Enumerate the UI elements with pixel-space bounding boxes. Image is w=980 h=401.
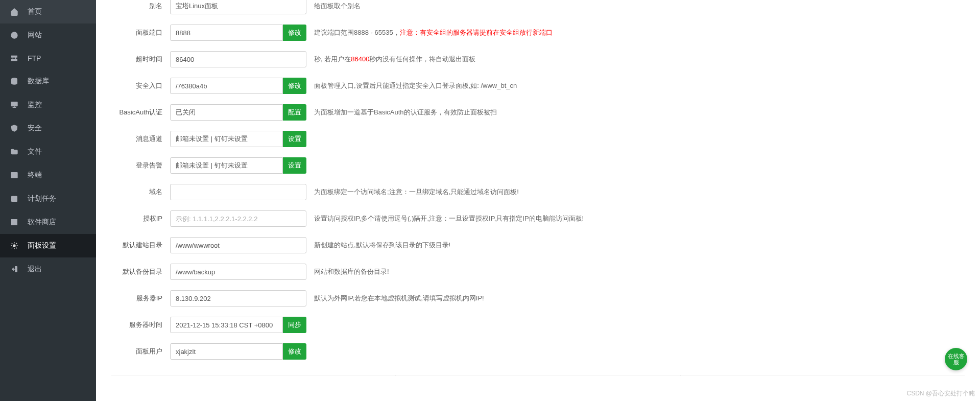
sidebar-item-label: FTP [28,54,41,62]
svg-rect-6 [12,196,17,201]
svg-rect-10 [15,223,17,225]
hint-serverip: 默认为外网IP,若您在本地虚拟机测试,请填写虚拟机内网IP! [314,294,965,303]
label-timeout: 超时时间 [111,55,162,64]
sidebar-item-security[interactable]: 安全 [0,116,96,140]
home-icon [10,8,18,16]
exit-icon [10,265,18,273]
sitedir-input[interactable] [170,237,306,253]
hint-port: 建议端口范围8888 - 65535，注意：有安全组的服务器请提前在安全组放行新… [314,28,965,37]
watermark: CSDN @吾心安处打个盹 [906,389,975,398]
sidebar-item-db[interactable]: 数据库 [0,69,96,93]
svg-rect-2 [12,59,17,61]
sidebar-item-terminal[interactable]: 终端 [0,163,96,187]
hint-sitedir: 新创建的站点,默认将保存到该目录的下级目录! [314,241,965,250]
label-msg: 消息通道 [111,134,162,144]
folder-icon [10,148,18,156]
monitor-icon [10,101,18,109]
sidebar-item-cron[interactable]: 计划任务 [0,187,96,210]
sidebar-item-label: 面板设置 [28,241,56,250]
sidebar-item-label: 终端 [28,171,42,180]
label-paneluser: 面板用户 [111,347,162,356]
support-float-button[interactable]: 在线客服 [945,348,967,370]
sidebar-item-store[interactable]: 软件商店 [0,210,96,234]
shield-icon [10,124,18,132]
basicauth-config-button[interactable]: 配置 [283,104,306,121]
sidebar-item-files[interactable]: 文件 [0,140,96,163]
servertime-input [170,317,283,333]
grid-icon [10,218,18,226]
bottom-divider [111,375,965,376]
label-sitedir: 默认建站目录 [111,241,162,250]
calendar-icon [10,195,18,203]
sidebar: 首页 网站 FTP 数据库 监控 安全 文件 终端 [0,0,96,401]
sidebar-item-exit[interactable]: 退出 [0,257,96,281]
svg-point-11 [13,245,15,247]
port-input[interactable] [170,25,283,41]
sidebar-item-label: 退出 [28,265,42,274]
terminal-icon [10,171,18,179]
entry-input[interactable] [170,78,283,94]
hint-ip: 设置访问授权IP,多个请使用逗号(,)隔开,注意：一旦设置授权IP,只有指定IP… [314,214,965,223]
basicauth-input [170,104,283,121]
sidebar-item-settings[interactable]: 面板设置 [0,234,96,257]
ftp-icon [10,54,18,62]
svg-rect-7 [12,220,14,222]
sidebar-item-label: 计划任务 [28,194,56,203]
label-entry: 安全入口 [111,81,162,90]
gear-icon [10,242,18,250]
paneluser-modify-button[interactable]: 修改 [283,343,306,360]
sidebar-item-label: 数据库 [28,77,49,86]
label-port: 面板端口 [111,28,162,37]
sidebar-item-label: 软件商店 [28,218,56,227]
sidebar-item-monitor[interactable]: 监控 [0,93,96,116]
database-icon [10,77,18,85]
globe-icon [10,31,18,39]
alert-setup-button[interactable]: 设置 [283,157,306,174]
hint-backupdir: 网站和数据库的备份目录! [314,267,965,276]
label-serverip: 服务器IP [111,294,162,303]
sidebar-item-label: 安全 [28,124,42,133]
hint-alias: 给面板取个别名 [314,2,965,11]
timeout-input[interactable] [170,51,306,67]
ip-input[interactable] [170,210,306,227]
label-servertime: 服务器时间 [111,320,162,329]
alias-input[interactable] [170,0,306,14]
label-domain: 域名 [111,187,162,197]
svg-rect-1 [12,56,17,57]
hint-timeout: 秒, 若用户在86400秒内没有任何操作，将自动退出面板 [314,55,965,64]
label-basicauth: BasicAuth认证 [111,108,162,117]
svg-rect-5 [11,173,17,178]
servertime-sync-button[interactable]: 同步 [283,317,306,333]
svg-rect-9 [12,223,14,225]
main-panel: 别名 给面板取个别名 面板端口 修改 建议端口范围8888 - 65535，注意… [96,0,980,401]
hint-basicauth: 为面板增加一道基于BasicAuth的认证服务，有效防止面板被扫 [314,108,965,117]
domain-input[interactable] [170,184,306,200]
sidebar-item-label: 网站 [28,31,42,40]
label-ip: 授权IP [111,214,162,223]
sidebar-item-home[interactable]: 首页 [0,0,96,23]
sidebar-item-label: 首页 [28,7,42,16]
alert-input [170,157,283,174]
serverip-input[interactable] [170,290,306,306]
port-modify-button[interactable]: 修改 [283,25,306,41]
hint-entry: 面板管理入口,设置后只能通过指定安全入口登录面板,如: /www_bt_cn [314,81,965,90]
svg-rect-8 [15,220,17,222]
msg-setup-button[interactable]: 设置 [283,131,306,147]
sidebar-item-label: 监控 [28,100,42,109]
backupdir-input[interactable] [170,264,306,280]
hint-domain: 为面板绑定一个访问域名;注意：一旦绑定域名,只能通过域名访问面板! [314,187,965,197]
label-backupdir: 默认备份目录 [111,267,162,276]
svg-rect-4 [11,102,17,106]
paneluser-input[interactable] [170,343,283,360]
msg-input [170,131,283,147]
label-alert: 登录告警 [111,161,162,170]
sidebar-item-site[interactable]: 网站 [0,23,96,47]
sidebar-item-label: 文件 [28,147,42,156]
entry-modify-button[interactable]: 修改 [283,78,306,94]
label-alias: 别名 [111,2,162,11]
sidebar-item-ftp[interactable]: FTP [0,47,96,69]
